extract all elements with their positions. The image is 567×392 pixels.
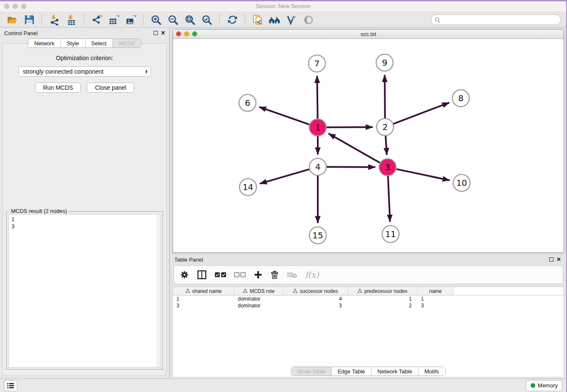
criterion-value: strongly connected component [23, 68, 145, 75]
column-header-predecessor-nodes[interactable]: predecessor nodes [348, 287, 418, 295]
graph-edge-1-2[interactable] [327, 127, 373, 127]
eye-icon [303, 14, 314, 25]
fit-content-icon [184, 14, 195, 25]
zoom-out-icon [168, 14, 179, 25]
zoom-out-button[interactable] [166, 14, 180, 26]
cyweb-home-button[interactable] [267, 14, 282, 26]
table-cell[interactable]: dominator [234, 295, 284, 302]
column-header-successor-nodes[interactable]: successor nodes [284, 287, 348, 295]
show-columns-icon[interactable] [197, 270, 207, 280]
clone-network-icon [252, 14, 263, 25]
network-window-titlebar: × − + scc.txt [173, 30, 564, 39]
vizmapper-button[interactable] [284, 14, 299, 26]
graph-edge-2-9[interactable] [385, 75, 385, 118]
graph-edge-1-6[interactable] [259, 107, 309, 125]
toolbar-separator [84, 14, 85, 25]
tab-edge-table[interactable]: Edge Table [332, 367, 372, 375]
toolbar-separator [143, 14, 144, 25]
table-cell[interactable]: 3 [284, 302, 348, 309]
table-panel-title: Table Panel [174, 257, 546, 263]
graph-edge-2-8[interactable] [394, 102, 449, 124]
graph-edge-4-14[interactable] [260, 169, 309, 184]
clone-network-button[interactable] [250, 14, 265, 26]
table-row[interactable]: 1dominator411 [173, 295, 564, 302]
select-all-icon[interactable] [215, 271, 226, 278]
network-view-window: × − + scc.txt 1234678910111415 [173, 29, 564, 253]
graph-node-label: 10 [456, 178, 467, 188]
graph-edge-1-7[interactable] [317, 76, 317, 119]
mcds-result-text[interactable]: 1 3 [8, 214, 161, 367]
float-panel-icon[interactable] [154, 31, 158, 35]
task-history-button[interactable] [4, 380, 17, 391]
table-cell[interactable]: 4 [284, 295, 348, 302]
graph-edge-3-10[interactable] [396, 169, 450, 180]
graph-edge-3-1[interactable] [328, 133, 380, 163]
hide-selected-button[interactable] [301, 14, 316, 26]
export-network-button[interactable] [90, 14, 104, 26]
graph-node-label: 8 [458, 93, 464, 103]
memory-button[interactable]: Memory [526, 380, 562, 391]
toolbar-separator [219, 14, 220, 25]
table-cell[interactable]: 1 [418, 295, 454, 302]
criterion-select[interactable]: strongly connected component ▲▼ [18, 66, 151, 77]
add-column-icon[interactable] [253, 270, 263, 279]
result-scrollbar[interactable] [157, 215, 160, 367]
tab-mcds[interactable]: MCDS [113, 39, 141, 47]
toolbar-search[interactable] [431, 14, 561, 25]
apply-layout-button[interactable] [225, 14, 239, 26]
tab-style[interactable]: Style [61, 39, 85, 47]
table-cell[interactable]: 3 [418, 302, 454, 309]
column-header-shared-name[interactable]: shared name [173, 287, 234, 295]
export-table-button[interactable] [107, 14, 121, 26]
column-label: MCDS role [250, 288, 275, 294]
close-panel-icon[interactable]: × [161, 31, 165, 35]
tab-motifs[interactable]: Motifs [418, 367, 445, 375]
table-cell[interactable]: 3 [173, 302, 234, 309]
zoom-in-button[interactable] [149, 14, 163, 26]
network-canvas[interactable]: 1234678910111415 [173, 39, 564, 252]
graph-node-label: 7 [314, 58, 320, 69]
deselect-all-icon[interactable] [234, 271, 246, 278]
delete-column-trash-icon[interactable] [270, 270, 279, 279]
search-input[interactable] [442, 17, 557, 23]
app-window: Session: New Session [0, 1, 566, 392]
close-panel-button[interactable]: Close panel [87, 83, 134, 93]
open-session-button[interactable] [5, 14, 19, 26]
toolbar-separator [41, 14, 42, 25]
table-cell[interactable]: 1 [348, 295, 418, 302]
tab-network-table[interactable]: Network Table [372, 367, 418, 375]
export-image-button[interactable] [124, 14, 138, 26]
graph-edge-4-3[interactable] [327, 167, 375, 167]
tab-select[interactable]: Select [85, 39, 113, 47]
network-graph[interactable]: 1234678910111415 [173, 39, 564, 252]
save-session-button[interactable] [22, 14, 36, 26]
status-bar: Memory [0, 378, 566, 392]
zoom-selected-button[interactable] [200, 14, 214, 26]
table-browser-tabs: Node Table Edge Table Network Table Moti… [173, 366, 564, 377]
table-cell[interactable]: 1 [173, 295, 234, 302]
refresh-icon [227, 14, 238, 25]
column-label: name [429, 288, 442, 294]
close-table-panel-icon[interactable]: × [557, 257, 561, 262]
graph-node-label: 15 [312, 230, 323, 240]
float-table-panel-icon[interactable] [549, 257, 553, 262]
table-cell[interactable]: dominator [234, 302, 284, 309]
graph-edge-3-11[interactable] [388, 176, 390, 222]
graph-node-label: 6 [245, 98, 250, 108]
run-mcds-button[interactable]: Run MCDS [35, 83, 81, 93]
function-builder-icon-disabled: f(x) [305, 270, 319, 279]
table-settings-gear-icon[interactable] [180, 270, 189, 279]
graph-edge-2-3[interactable] [385, 136, 387, 155]
import-table-button[interactable] [64, 14, 79, 26]
column-header-name[interactable]: name [418, 287, 454, 295]
tab-node-table[interactable]: Node Table [292, 367, 332, 375]
table-cell[interactable]: 2 [348, 302, 418, 309]
fit-content-button[interactable] [183, 14, 197, 26]
open-folder-icon [7, 14, 18, 25]
table-row[interactable]: 3dominator323 [173, 302, 564, 309]
graph-node-label: 14 [242, 182, 253, 192]
column-header-mcds-role[interactable]: MCDS role [234, 287, 284, 295]
import-network-button[interactable] [47, 14, 62, 26]
mcds-result-title: MCDS result (2 nodes) [9, 208, 69, 214]
tab-network[interactable]: Network [28, 39, 61, 47]
